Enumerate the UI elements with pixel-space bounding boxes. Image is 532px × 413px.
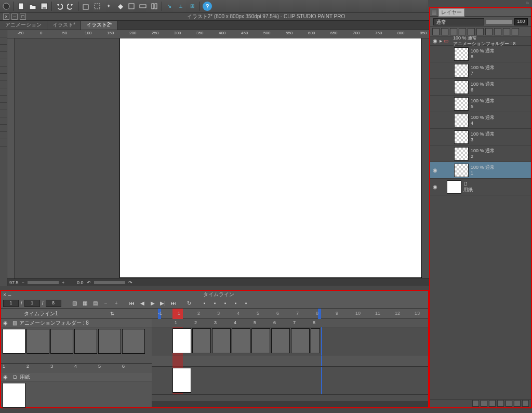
undo-icon[interactable]	[54, 1, 64, 11]
end-frame-field[interactable]: 8	[46, 300, 61, 307]
save-icon[interactable]	[39, 1, 49, 11]
visibility-icon[interactable]: ◉	[430, 38, 440, 44]
scale-icon[interactable]	[126, 1, 137, 11]
go-start-icon[interactable]: ⏮	[128, 299, 136, 308]
timeline-ruler[interactable]: -112345678910111213	[152, 309, 428, 319]
timeline-right[interactable]: -112345678910111213 12345678	[152, 309, 428, 407]
help-button[interactable]: ?	[202, 1, 212, 11]
tl-opt2-icon[interactable]: ▪	[211, 299, 219, 308]
tab-illust1[interactable]: イラスト*	[47, 20, 81, 30]
cel-thumb[interactable]	[3, 329, 25, 354]
layer-panel: レイヤー 通常 100 ◉ ▸ ▭ 100 % 通常アニメーションフォルダー :…	[429, 7, 532, 408]
panel-collapse-strip[interactable]	[428, 0, 532, 7]
deselect-icon[interactable]	[92, 1, 102, 11]
go-end-icon[interactable]: ⏭	[169, 299, 178, 308]
tool-slot[interactable]	[0, 30, 7, 37]
frame-cel[interactable]	[172, 368, 191, 393]
ruler-snap-icon[interactable]: ⟂	[176, 1, 186, 11]
timeline-hscroll[interactable]	[152, 401, 428, 407]
opacity-field[interactable]: 100	[514, 18, 528, 25]
timeline-new-icon[interactable]: ▧	[71, 299, 79, 308]
cel-thumb[interactable]	[98, 329, 121, 354]
cel-thumb[interactable]	[50, 329, 73, 354]
tool3-icon[interactable]	[149, 1, 159, 11]
tl-opt4-icon[interactable]: ▪	[232, 299, 240, 308]
clip-studio-icon[interactable]	[1, 1, 11, 11]
cel-thumb[interactable]	[26, 329, 49, 354]
tool2-icon[interactable]	[138, 1, 148, 11]
frame-cel[interactable]	[172, 328, 191, 353]
maximize-window-icon[interactable]: □	[20, 14, 26, 20]
current-frame-field[interactable]: 1	[24, 300, 40, 307]
loop-icon[interactable]: ↻	[185, 299, 193, 308]
svg-rect-5	[95, 4, 100, 9]
layer-action4-icon[interactable]	[514, 400, 521, 407]
blend-mode-select[interactable]: 通常	[433, 18, 484, 25]
visibility-icon[interactable]: ◉	[430, 167, 440, 173]
next-frame-icon[interactable]: ▶|	[159, 299, 167, 308]
layer-row[interactable]: 100 % 通常7	[430, 62, 531, 79]
minimize-window-icon[interactable]: –	[11, 14, 18, 20]
trash-icon[interactable]	[522, 400, 529, 407]
stepper-icon[interactable]: ⇅	[76, 311, 148, 316]
collapse-icon[interactable]: ×	[3, 292, 6, 298]
tl-opt5-icon[interactable]: ▪	[242, 299, 250, 308]
timeline-name[interactable]: タイムライン1	[5, 310, 76, 317]
tab-illust2[interactable]: イラスト2*	[81, 20, 117, 30]
prev-frame-icon[interactable]: ◀	[138, 299, 147, 308]
play-icon[interactable]: ▶	[149, 299, 157, 308]
cel-thumb[interactable]	[74, 329, 97, 354]
layer-row[interactable]: 100 % 通常3	[430, 129, 531, 145]
cel-thumb[interactable]	[122, 329, 145, 354]
track-visibility-icon[interactable]: ◉	[3, 320, 10, 326]
layer-action3-icon[interactable]	[506, 400, 512, 407]
visibility-icon[interactable]: ◉	[430, 184, 440, 190]
tl-opt3-icon[interactable]: ▪	[221, 299, 230, 308]
grid-snap-icon[interactable]: ⊞	[187, 1, 197, 11]
paper-track[interactable]	[152, 367, 428, 395]
new-icon[interactable]	[16, 1, 26, 11]
layer-row[interactable]: 100 % 通常8	[430, 46, 531, 62]
close-window-icon[interactable]: ×	[3, 14, 9, 20]
paper-small-icon: 🗋	[12, 374, 18, 380]
tab-animation[interactable]: アニメーション	[0, 20, 47, 30]
zoom-out-icon[interactable]: −	[22, 280, 24, 285]
layer-row[interactable]: 100 % 通常2	[430, 145, 531, 162]
timeline-panel: × – タイムライン 1 / 1 / 8 ▧ ▦ ▤ − + ⏮ ◀ ▶ ▶| …	[0, 290, 429, 408]
redo-icon[interactable]	[65, 1, 76, 11]
layer-tool-icon[interactable]	[432, 28, 440, 35]
canvas-paper[interactable]	[120, 38, 421, 277]
new-layer-icon[interactable]	[472, 400, 479, 407]
delete-icon[interactable]	[81, 1, 91, 11]
paper-layer-row[interactable]: ◉ 🗋用紙	[430, 179, 531, 195]
layer-list[interactable]: ◉ ▸ ▭ 100 % 通常アニメーションフォルダー : 8 100 % 通常8…	[430, 36, 531, 399]
layer-row[interactable]: 100 % 通常5	[430, 96, 531, 112]
layer-panel-title[interactable]: レイヤー	[438, 8, 464, 17]
layer-row[interactable]: 100 % 通常4	[430, 112, 531, 129]
zoom-in-tl-icon[interactable]: +	[112, 299, 121, 308]
zoom-in-icon[interactable]: +	[62, 280, 64, 285]
layer-row[interactable]: ◉ 100 % 通常1	[430, 162, 531, 179]
fill-icon[interactable]	[115, 1, 125, 11]
start-frame-field[interactable]: 1	[3, 300, 19, 307]
paper-cel-thumb[interactable]	[3, 383, 25, 408]
snap-icon[interactable]: ↘	[164, 1, 175, 11]
timeline-btn2-icon[interactable]: ▦	[81, 299, 89, 308]
frame-ruler[interactable]: 12345678	[152, 319, 428, 327]
zoom-out-tl-icon[interactable]: −	[102, 299, 110, 308]
timeline-btn3-icon[interactable]: ▤	[91, 299, 100, 308]
open-icon[interactable]	[28, 1, 38, 11]
track-visibility-icon[interactable]: ◉	[3, 374, 10, 380]
rotate-right-icon[interactable]: ↷	[128, 280, 132, 285]
new-folder-icon[interactable]	[481, 400, 487, 407]
rotate-left-icon[interactable]: ↶	[87, 280, 91, 285]
tool1-icon[interactable]: ✦	[103, 1, 114, 11]
tl-opt1-icon[interactable]: ▪	[201, 299, 209, 308]
folder-track[interactable]	[152, 327, 428, 355]
layer-folder-row[interactable]: ◉ ▸ ▭ 100 % 通常アニメーションフォルダー : 8	[430, 36, 531, 46]
layer-action1-icon[interactable]	[489, 400, 496, 407]
opacity-slider[interactable]	[486, 20, 512, 24]
layer-action2-icon[interactable]	[497, 400, 504, 407]
panel-grip-icon[interactable]	[432, 10, 436, 15]
layer-row[interactable]: 100 % 通常6	[430, 79, 531, 96]
